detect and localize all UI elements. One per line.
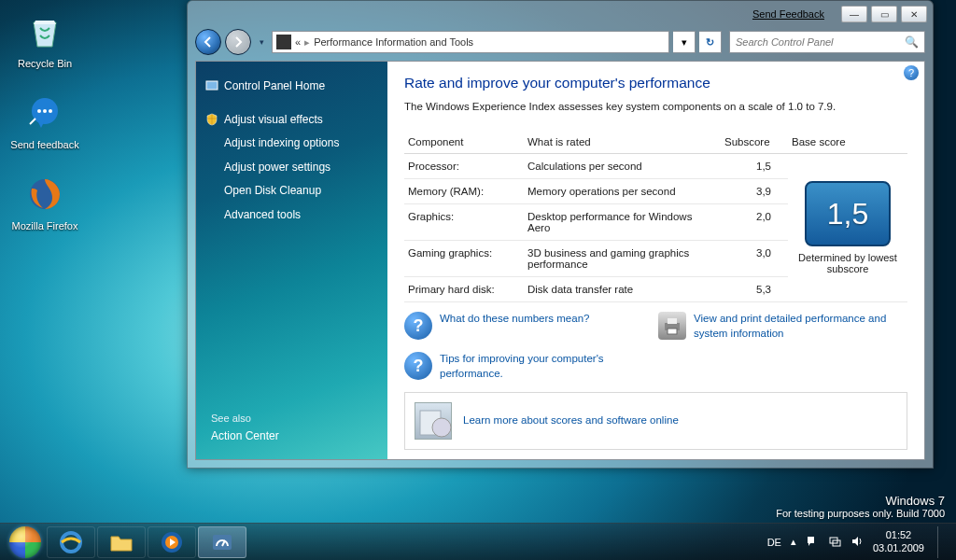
sidebar-item-disk-cleanup[interactable]: Open Disk Cleanup: [196, 179, 387, 203]
page-subtitle: The Windows Experience Index assesses ke…: [404, 101, 907, 112]
sidebar-item-label: Adjust indexing options: [224, 136, 339, 149]
breadcrumb-current[interactable]: Performance Information and Tools: [314, 36, 473, 48]
clock-date: 03.01.2009: [873, 542, 924, 555]
col-subscore: Subscore: [721, 131, 788, 154]
search-box[interactable]: 🔍: [729, 31, 925, 53]
cell-rated: Calculations per second: [524, 154, 721, 179]
taskbar-item-performance[interactable]: [198, 526, 246, 558]
link-learn-online[interactable]: Learn more about scores and software onl…: [463, 413, 679, 428]
sidebar-footer: See also Action Center: [196, 413, 387, 450]
language-indicator[interactable]: DE: [767, 537, 781, 548]
sidebar-item-label: Adjust visual effects: [224, 113, 323, 126]
sidebar-home[interactable]: Control Panel Home: [196, 75, 387, 99]
clock[interactable]: 01:52 03.01.2009: [873, 529, 924, 555]
col-rated: What is rated: [524, 131, 721, 154]
link-view-print-anchor[interactable]: View and print detailed performance and …: [694, 312, 901, 341]
wei-table: Component What is rated Subscore Base sc…: [404, 131, 907, 302]
address-dropdown-button[interactable]: ▾: [673, 31, 696, 53]
taskbar-item-ie[interactable]: [47, 526, 95, 558]
sidebar-item-label: Advanced tools: [224, 208, 301, 221]
build-watermark: Windows 7 For testing purposes only. Bui…: [776, 494, 945, 519]
maximize-button[interactable]: ▭: [871, 6, 897, 22]
link-tips: ? Tips for improving your computer's per…: [404, 352, 647, 381]
search-icon[interactable]: 🔍: [905, 35, 919, 49]
base-score-label: Determined by lowest subscore: [792, 252, 904, 274]
sidebar-action-center[interactable]: Action Center: [196, 429, 387, 442]
sidebar-item-power[interactable]: Adjust power settings: [196, 156, 387, 180]
cell-component: Processor:: [404, 154, 524, 179]
taskbar: DE ▴ 01:52 03.01.2009: [0, 523, 956, 560]
svg-rect-8: [668, 329, 677, 334]
recycle-bin-icon: [22, 9, 67, 54]
help-links: ? What do these numbers mean? View and p…: [404, 312, 907, 381]
window-control-buttons: — ▭ ✕: [841, 6, 927, 22]
taskbar-item-media-player[interactable]: [148, 526, 196, 558]
link-what-numbers: ? What do these numbers mean?: [404, 312, 647, 341]
media-player-icon: [159, 529, 185, 555]
svg-rect-5: [206, 81, 218, 90]
cell-subscore: 1,5: [721, 154, 788, 179]
base-score-value: 1,5: [827, 197, 868, 231]
show-desktop-button[interactable]: [937, 526, 947, 558]
folder-icon: [108, 529, 134, 555]
watermark-line2: For testing purposes only. Build 7000: [776, 508, 945, 519]
learn-online-box: Learn more about scores and software onl…: [404, 392, 907, 450]
tray-overflow-button[interactable]: ▴: [791, 536, 796, 548]
content-pane: ? Rate and improve your computer's perfo…: [387, 62, 924, 459]
back-button[interactable]: [195, 29, 221, 55]
sidebar-item-label: Open Disk Cleanup: [224, 184, 321, 197]
sidebar-item-advanced-tools[interactable]: Advanced tools: [196, 203, 387, 228]
action-center-tray-icon[interactable]: [806, 535, 819, 550]
link-view-print: View and print detailed performance and …: [658, 312, 901, 341]
table-row: Processor: Calculations per second 1,5 1…: [404, 154, 907, 179]
page-title: Rate and improve your computer's perform…: [404, 75, 907, 91]
start-button[interactable]: [6, 526, 45, 558]
desktop-icon-label: Mozilla Firefox: [9, 220, 80, 232]
ie-icon: [58, 529, 84, 555]
windows-orb-icon: [9, 526, 41, 558]
window-body: Control Panel Home Adjust visual effects…: [195, 61, 925, 460]
computer-icon: [276, 35, 291, 49]
link-tips-anchor[interactable]: Tips for improving your computer's perfo…: [440, 352, 647, 381]
question-icon: ?: [404, 352, 432, 380]
minimize-button[interactable]: —: [841, 6, 867, 22]
desktop-icon-recycle-bin[interactable]: Recycle Bin: [9, 9, 80, 70]
network-tray-icon[interactable]: [828, 535, 841, 550]
sidebar: Control Panel Home Adjust visual effects…: [196, 62, 387, 459]
base-score-cell: 1,5 Determined by lowest subscore: [788, 154, 907, 302]
taskbar-item-explorer[interactable]: [97, 526, 146, 558]
printer-icon: [658, 312, 686, 340]
sidebar-item-indexing[interactable]: Adjust indexing options: [196, 132, 387, 156]
close-button[interactable]: ✕: [901, 6, 927, 22]
desktop-icon-firefox[interactable]: Mozilla Firefox: [9, 172, 80, 232]
history-dropdown[interactable]: ▾: [255, 33, 268, 51]
svg-point-11: [62, 533, 80, 552]
refresh-button[interactable]: ↻: [699, 31, 722, 53]
desktop-icon-label: Recycle Bin: [9, 58, 80, 70]
arrow-right-icon: [232, 35, 245, 49]
link-what-numbers-anchor[interactable]: What do these numbers mean?: [440, 312, 589, 327]
desktop-icon-send-feedback[interactable]: Send feedback: [9, 91, 80, 151]
sidebar-item-label: Adjust power settings: [224, 161, 330, 174]
refresh-icon: ↻: [706, 36, 714, 49]
sidebar-item-visual-effects[interactable]: Adjust visual effects: [196, 108, 387, 133]
search-input[interactable]: [736, 36, 901, 48]
control-panel-icon: [205, 79, 218, 92]
firefox-icon: [22, 172, 67, 217]
gauge-icon: [209, 529, 235, 555]
system-tray: DE ▴ 01:52 03.01.2009: [767, 526, 950, 558]
address-bar[interactable]: « ▸ Performance Information and Tools: [272, 31, 669, 53]
window-titlebar[interactable]: Send Feedback — ▭ ✕: [188, 1, 933, 27]
col-component: Component: [404, 131, 524, 154]
col-base: Base score: [788, 131, 907, 154]
desktop-icon-label: Send feedback: [9, 139, 80, 151]
help-button[interactable]: ?: [904, 65, 919, 80]
volume-tray-icon[interactable]: [851, 535, 864, 550]
desktop-icons: Recycle Bin Send feedback Mozilla Firefo…: [9, 9, 80, 233]
breadcrumb-prefix[interactable]: «: [295, 36, 301, 48]
chevron-right-icon: ▸: [304, 36, 310, 49]
send-feedback-link[interactable]: Send Feedback: [752, 8, 824, 20]
shield-icon: [205, 113, 218, 126]
sidebar-home-label: Control Panel Home: [224, 79, 325, 92]
forward-button[interactable]: [225, 29, 251, 55]
